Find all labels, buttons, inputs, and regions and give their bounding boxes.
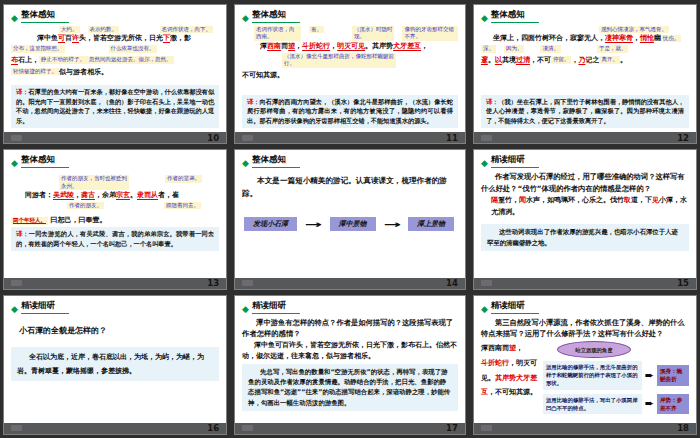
classical-text-line: 潭西南而望，斗折蛇行，明灭可见。其岸势犬牙差互， — [260, 41, 458, 53]
annotation-note: 作者的堂弟。 — [165, 175, 202, 182]
arrow-right-icon: ➨ — [645, 369, 654, 382]
feature-box: 岸势：参差不齐 — [657, 394, 689, 415]
watermark-logo — [11, 135, 22, 141]
annotation-note: 名词作状语，向下。 — [160, 26, 214, 33]
slide-thumbnail-10[interactable]: ◆ 整体感知 大约。 表示约数。 名词作状语，向下。 潭中鱼可百许头，皆若空游无… — [3, 4, 227, 144]
slide-canvas: ◆ 整体感知 大约。 表示约数。 名词作状语，向下。 潭中鱼可百许头，皆若空游无… — [3, 4, 227, 132]
watermark-logo — [11, 280, 22, 286]
slide-thumbnail-12[interactable]: ◆ 整体感知 感到心情凄凉，寒气透骨。 坐潭上，四面竹树环合，寂寥无人，凄神寒骨… — [473, 4, 697, 144]
section-header-label: 整体感知 — [491, 9, 539, 23]
slide-thumbnail-17[interactable]: ◆ 精读细研 潭中游鱼有怎样的特点？作者是如何描写的？这段描写表现了作者怎样的感… — [234, 295, 466, 435]
section-header-label: 整体感知 — [21, 9, 69, 23]
page-number: 12 — [677, 133, 689, 143]
question-text: 第三自然段写小潭源流，作者依次抓住了溪身、岸势的什么特点来描写？运用了什么修辞手… — [481, 317, 689, 340]
annotation-note: （溪水）时隐时现。 — [352, 26, 395, 41]
body-paragraph: 本文是一篇短小精美的游记。认真读课文，梳理作者的游踪。 — [242, 175, 458, 201]
watermark-logo — [481, 135, 492, 141]
slide-canvas: ◆ 精读细研 小石潭的全貌是怎样的？ 全石以为底，近岸，卷石底以出，为坻，为屿，… — [3, 295, 227, 423]
translation-box: 译：石潭里的鱼大约有一百来条，都好像在空中游动，什么依靠都没有似的。阳光向下一直… — [11, 85, 219, 129]
diamond-bullet-icon: ◆ — [481, 14, 488, 23]
slide-footer: 10 — [3, 132, 227, 144]
page-number: 11 — [446, 133, 458, 143]
annotation-row: 分布，这里指映照。 什么依靠也没有。 — [11, 45, 219, 52]
section-header: ◆ 精读细研 — [481, 300, 689, 314]
flow-step: 潭上景物 — [408, 217, 454, 231]
slide-footer: 17 — [234, 423, 466, 435]
answer-box: 先总写，写出鱼的数量和“空游无所依”的状态，再特写，表现了游鱼的灵动及作者浓厚的… — [242, 364, 458, 411]
translation-box: 译：一同去游览的人，有吴武陵、龚古，我的弟弟宗玄。我带着一同去的，有姓崔的两个年… — [11, 227, 219, 251]
slide-footer: 15 — [473, 278, 697, 290]
diamond-bullet-icon: ◆ — [481, 305, 488, 314]
annotation-note: 作者的朋友。 — [67, 202, 104, 209]
annotation-row: 深。 因为。 凄清。 于是，就。 — [481, 45, 689, 52]
slide-footer: 18 — [473, 423, 697, 435]
slide-canvas: ◆ 精读细研 第三自然段写小潭源流，作者依次抓住了溪身、岸势的什么特点来描写？运… — [473, 295, 697, 423]
page-number: 13 — [207, 278, 219, 288]
analysis-layout: 潭西南而望， 斗折蛇行，明灭可 见。其岸势犬牙差 互，不可知其源。 站立远观的角… — [481, 341, 689, 418]
annotation-note: 名词作状语，向西南。 — [254, 26, 301, 41]
arrow-right-icon: → — [383, 219, 401, 230]
slide-canvas: ◆ 精读细研 作者写发现小石潭的经过，用了哪些准确的动词？这样写有什么好处？“伐… — [473, 149, 697, 277]
slide-footer: 14 — [234, 278, 466, 290]
page-number: 18 — [677, 423, 689, 433]
section-header-label: 精读细研 — [491, 154, 539, 168]
annotation-row: 作者的朋友，当时也被贬到永州。 作者的堂弟。 — [59, 175, 219, 190]
slide-thumbnail-14[interactable]: ◆ 整体感知 本文是一篇短小精美的游记。认真读课文，梳理作者的游踪。 发现小石潭… — [234, 149, 466, 289]
slide-canvas: ◆ 精读细研 潭中游鱼有怎样的特点？作者是如何描写的？这段描写表现了作者怎样的感… — [234, 295, 466, 423]
classical-text-line: 两个年轻人。 曰恕己，曰奉壹。 — [11, 215, 219, 227]
slide-thumbnail-11[interactable]: ◆ 整体感知 名词作状语，向西南。 看。 （溪水）时隐时现。 像狗的牙齿那样交错… — [234, 4, 466, 144]
flow-step: 潭中景物 — [330, 217, 376, 231]
slide-canvas: ◆ 整体感知 作者的朋友，当时也被贬到永州。 作者的堂弟。 同游者：吴武陵，龚古… — [3, 149, 227, 277]
analysis-row: 运用比喻的修辞手法，用北斗星曲折的样子和蛇蜿蜒前行的样子表现了小溪的形状。 ➨ … — [543, 361, 689, 389]
annotation-note: 跟随着同去。 — [164, 202, 201, 209]
section-header-label: 精读细研 — [491, 300, 539, 314]
page-number: 16 — [207, 423, 219, 433]
slide-thumbnail-16[interactable]: ◆ 精读细研 小石潭的全貌是怎样的？ 全石以为底，近岸，卷石底以出，为坻，为屿，… — [3, 295, 227, 435]
slide-footer: 11 — [234, 132, 466, 144]
diamond-bullet-icon: ◆ — [481, 159, 488, 168]
section-header: ◆ 整体感知 — [11, 154, 219, 168]
answer-box: 全石以为底，近岸，卷石底以出，为坻，为屿，为嵁，为岩。青树翠蔓，蒙络摇缀，参差披… — [11, 347, 219, 381]
arrow-right-icon: → — [304, 219, 322, 230]
classical-text-line: 邃。以其境过清，不可停留。，乃记之离开。。 — [481, 55, 689, 67]
quote-text: 潭中鱼可百许头，皆若空游无所依，日光下澈，影布石上。佁然不动，俶尔远逝，往来翕忽… — [242, 340, 458, 362]
answer-box: 这些动词表现出了作者浓厚的游览兴趣，也暗示小石潭位于人迹罕至的清幽僻静之地。 — [481, 224, 689, 252]
slide-footer: 16 — [3, 423, 227, 435]
slide-thumbnail-13[interactable]: ◆ 整体感知 作者的朋友，当时也被贬到永州。 作者的堂弟。 同游者：吴武陵，龚古… — [3, 149, 227, 289]
quote-line: 互，不可知其源。 — [481, 385, 543, 400]
section-header: ◆ 整体感知 — [242, 9, 458, 23]
section-header-label: 整体感知 — [252, 9, 300, 23]
diamond-bullet-icon: ◆ — [11, 159, 18, 168]
annotation-note: 大约。 — [59, 26, 80, 33]
quote-line: 潭西南而望， — [481, 341, 543, 356]
annotation-note: 深。 — [481, 45, 496, 52]
watermark-logo — [481, 280, 492, 286]
section-header-label: 整体感知 — [252, 154, 300, 168]
quote-column: 潭西南而望， 斗折蛇行，明灭可 见。其岸势犬牙差 互，不可知其源。 — [481, 341, 543, 418]
section-header: ◆ 精读细研 — [481, 154, 689, 168]
annotation-note: 因为。 — [504, 45, 525, 52]
classical-text-line: 不可知其源。 — [242, 70, 458, 82]
slide-thumbnail-15[interactable]: ◆ 精读细研 作者写发现小石潭的经过，用了哪些准确的动词？这样写有什么好处？“伐… — [473, 149, 697, 289]
slide-canvas: ◆ 整体感知 名词作状语，向西南。 看。 （溪水）时隐时现。 像狗的牙齿那样交错… — [234, 4, 466, 132]
classical-text-line: 同游者：吴武陵，龚古，余弟宗玄。隶而从者，崔 — [25, 190, 219, 202]
annotation-note: 于是，就。 — [597, 45, 629, 52]
diamond-bullet-icon: ◆ — [11, 14, 18, 23]
quote-text: 隔篁竹，闻水声，如鸣珮环，心乐之。伐竹取道，下见小潭，水尤清冽。 — [491, 195, 689, 219]
section-header-label: 精读细研 — [21, 300, 69, 314]
arrow-right-icon: ➨ — [645, 397, 654, 410]
slide-thumbnail-18[interactable]: ◆ 精读细研 第三自然段写小潭源流，作者依次抓住了溪身、岸势的什么特点来描写？运… — [473, 295, 697, 435]
annotation-note: 作者的朋友，当时也被贬到永州。 — [59, 175, 129, 190]
question-text: 作者写发现小石潭的经过，用了哪些准确的动词？这样写有什么好处？“伐竹”体现的作者… — [481, 171, 689, 194]
classical-text-line: 布石上，静止不动的样子。忽然间向远处游去。俶尔，忽然。轻快敏捷的样子。似与游者相… — [11, 55, 219, 79]
slide-footer: 12 — [473, 132, 697, 144]
watermark-logo — [11, 425, 22, 431]
translation-box: 译：向石潭的西南方向望去，（溪水）像北斗星那样曲折，（水流）像长蛇爬行那样弯曲，… — [242, 95, 458, 129]
section-header: ◆ 整体感知 — [481, 9, 689, 23]
annotation-note: 凄清。 — [540, 45, 561, 52]
question-text: 潭中游鱼有怎样的特点？作者是如何描写的？这段描写表现了作者怎样的感情？ — [242, 317, 458, 340]
flow-step: 发现小石潭 — [244, 217, 297, 231]
quote-line: 斗折蛇行，明灭可 — [481, 356, 543, 371]
watermark-logo — [481, 425, 492, 431]
annotation-note: 感到心情凄凉，寒气透骨。 — [599, 26, 669, 33]
